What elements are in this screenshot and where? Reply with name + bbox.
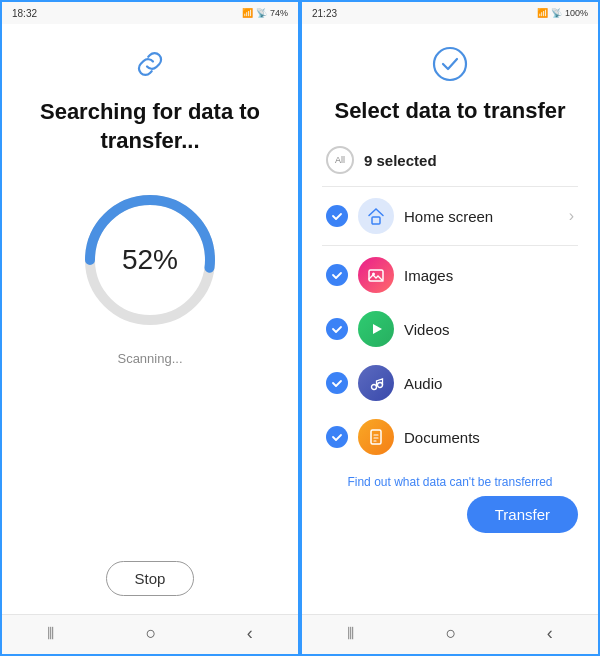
home-label: Home screen (404, 208, 559, 225)
documents-label: Documents (404, 429, 574, 446)
left-battery-text: 74% (270, 8, 288, 18)
progress-ring: 52% (75, 185, 225, 335)
item-check-home (326, 205, 348, 227)
item-check-images (326, 264, 348, 286)
svg-point-7 (372, 385, 377, 390)
left-nav-back-icon[interactable]: ‹ (247, 623, 253, 644)
left-nav-bar: ⦀ ○ ‹ (2, 614, 298, 654)
right-status-bar: 21:23 📶 📡 100% (302, 2, 598, 24)
item-check-documents (326, 426, 348, 448)
images-label: Images (404, 267, 574, 284)
list-item[interactable]: Images (322, 248, 578, 302)
divider-top (322, 186, 578, 187)
cant-transfer-container: Find out what data can't be transferred (322, 472, 578, 490)
right-phone-screen: 21:23 📶 📡 100% Select data to transfer A… (300, 0, 600, 656)
svg-rect-3 (372, 217, 380, 224)
right-battery-text: 100% (565, 8, 588, 18)
home-icon (358, 198, 394, 234)
right-nav-back-icon[interactable]: ‹ (547, 623, 553, 644)
videos-label: Videos (404, 321, 574, 338)
list-item[interactable]: Videos (322, 302, 578, 356)
transfer-button[interactable]: Transfer (467, 496, 578, 533)
list-item[interactable]: Documents (322, 410, 578, 464)
left-status-bar: 18:32 📶 📡 74% (2, 2, 298, 24)
progress-text: 52% (122, 244, 178, 276)
svg-rect-9 (371, 430, 381, 444)
left-nav-home-icon[interactable]: ○ (146, 623, 157, 644)
check-icon (430, 44, 470, 84)
svg-point-8 (378, 383, 383, 388)
item-check-videos (326, 318, 348, 340)
right-signal-icon: 📶 (537, 8, 548, 18)
right-nav-bar: ⦀ ○ ‹ (302, 614, 598, 654)
left-status-icons: 📶 📡 74% (242, 8, 288, 18)
svg-point-2 (434, 48, 466, 80)
right-wifi-icon: 📡 (551, 8, 562, 18)
audio-label: Audio (404, 375, 574, 392)
right-status-time: 21:23 (312, 8, 337, 19)
link-icon (130, 44, 170, 84)
searching-title: Searching for data to transfer... (18, 98, 282, 155)
list-item[interactable]: Audio (322, 356, 578, 410)
all-circle[interactable]: All (326, 146, 354, 174)
left-nav-menu-icon[interactable]: ⦀ (47, 623, 55, 644)
cant-transfer-text[interactable]: Find out what data can't be transferred (347, 475, 552, 489)
audio-icon (358, 365, 394, 401)
right-screen-content: Select data to transfer All 9 selected (302, 24, 598, 614)
images-icon (358, 257, 394, 293)
right-status-icons: 📶 📡 100% (537, 8, 588, 18)
item-check-audio (326, 372, 348, 394)
videos-icon (358, 311, 394, 347)
svg-marker-6 (373, 324, 382, 334)
chevron-right-icon: › (569, 207, 574, 225)
right-nav-home-icon[interactable]: ○ (446, 623, 457, 644)
list-item[interactable]: Home screen › (322, 189, 578, 243)
divider-1 (322, 245, 578, 246)
scanning-text: Scanning... (117, 351, 182, 366)
left-status-time: 18:32 (12, 8, 37, 19)
left-signal-icon: 📶 (242, 8, 253, 18)
documents-icon (358, 419, 394, 455)
stop-button[interactable]: Stop (106, 561, 195, 596)
selected-count-label: 9 selected (364, 152, 437, 169)
left-wifi-icon: 📡 (256, 8, 267, 18)
selected-count-row: All 9 selected (322, 140, 578, 180)
right-nav-menu-icon[interactable]: ⦀ (347, 623, 355, 644)
left-screen-content: Searching for data to transfer... 52% Sc… (2, 24, 298, 614)
right-items-container: All 9 selected Home screen › (318, 140, 582, 604)
select-title: Select data to transfer (334, 98, 565, 124)
left-phone-screen: 18:32 📶 📡 74% Searching for data to tran… (0, 0, 300, 656)
